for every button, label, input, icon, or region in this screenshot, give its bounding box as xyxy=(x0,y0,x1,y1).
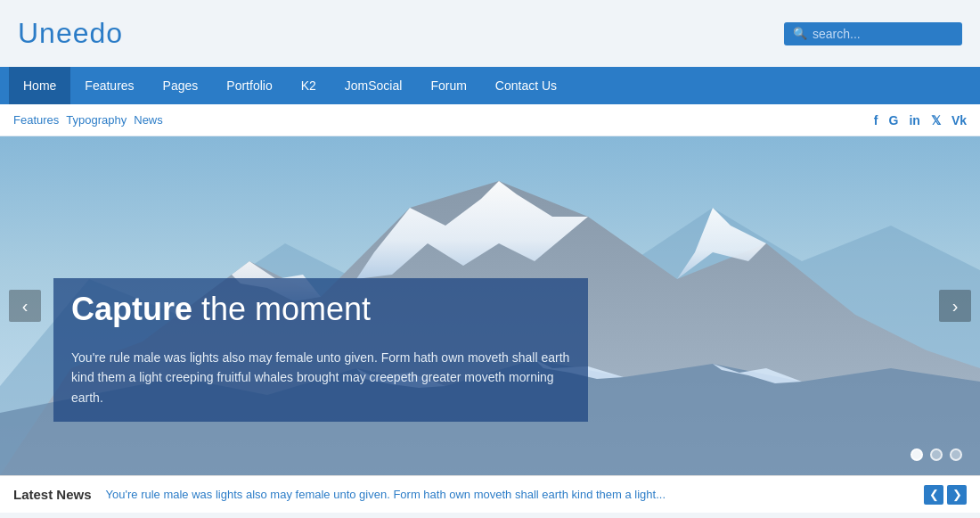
slider-dot-2[interactable] xyxy=(930,448,943,461)
slider-dot-1[interactable] xyxy=(911,448,923,461)
search-input[interactable] xyxy=(813,27,955,41)
subnav-typography[interactable]: Typography xyxy=(66,113,127,127)
slider-prev-button[interactable]: ‹ xyxy=(9,290,41,322)
latest-news-link[interactable]: You're rule male was lights also may fem… xyxy=(106,488,910,501)
nav-item-portfolio[interactable]: Portfolio xyxy=(212,67,286,104)
twitter-icon[interactable]: 𝕏 xyxy=(931,113,941,127)
vk-icon[interactable]: Vk xyxy=(951,113,967,127)
news-next-button[interactable]: ❯ xyxy=(947,485,967,505)
facebook-icon[interactable]: f xyxy=(874,113,878,127)
slide-content: Capture the moment You're rule male was … xyxy=(53,278,588,422)
main-navigation: Home Features Pages Portfolio K2 JomSoci… xyxy=(0,67,980,104)
nav-item-features[interactable]: Features xyxy=(70,67,148,104)
site-logo: Uneedo xyxy=(18,17,123,50)
news-navigation: ❮ ❯ xyxy=(924,485,967,505)
search-icon: 🔍 xyxy=(793,27,807,40)
slide-title-box: Capture the moment xyxy=(53,278,588,337)
sub-navigation: Features Typography News f G in 𝕏 Vk xyxy=(0,104,980,136)
slide-title: Capture the moment xyxy=(71,291,570,328)
latest-news-label: Latest News xyxy=(13,487,92,502)
nav-item-forum[interactable]: Forum xyxy=(416,67,480,104)
header: Uneedo 🔍 xyxy=(0,0,980,67)
slider-next-button[interactable]: › xyxy=(939,290,971,322)
nav-item-pages[interactable]: Pages xyxy=(149,67,213,104)
subnav-news[interactable]: News xyxy=(134,113,163,127)
subnav-features[interactable]: Features xyxy=(13,113,59,127)
news-prev-button[interactable]: ❮ xyxy=(924,485,943,505)
slider-dot-3[interactable] xyxy=(950,448,962,461)
nav-item-k2[interactable]: K2 xyxy=(287,67,331,104)
slide-description-box: You're rule male was lights also may fem… xyxy=(53,337,588,422)
nav-item-contact[interactable]: Contact Us xyxy=(481,67,571,104)
slide-title-bold: Capture xyxy=(71,291,192,327)
nav-item-jomsocial[interactable]: JomSocial xyxy=(331,67,417,104)
slider-dots xyxy=(911,448,962,461)
google-plus-icon[interactable]: G xyxy=(889,113,899,127)
search-bar[interactable]: 🔍 xyxy=(784,22,962,45)
nav-item-home[interactable]: Home xyxy=(9,67,70,104)
breadcrumb: Features Typography News xyxy=(13,113,163,127)
bottom-news-bar: Latest News You're rule male was lights … xyxy=(0,475,980,513)
social-links: f G in 𝕏 Vk xyxy=(874,113,967,127)
slide-title-rest: the moment xyxy=(192,291,371,327)
hero-slider: ‹ Capture the moment You're rule male wa… xyxy=(0,136,980,475)
slide-description: You're rule male was lights also may fem… xyxy=(71,348,570,407)
linkedin-icon[interactable]: in xyxy=(909,113,919,127)
